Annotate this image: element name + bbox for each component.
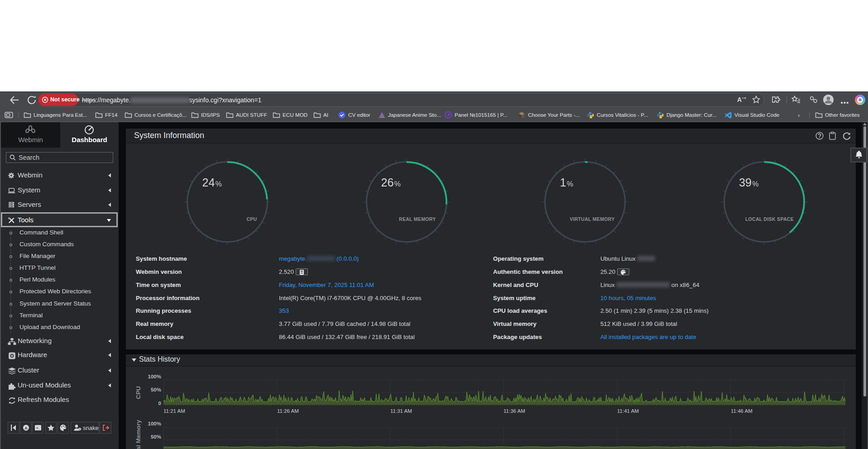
svg-text:>_: >_ bbox=[36, 426, 40, 430]
svg-text:A: A bbox=[24, 426, 28, 430]
